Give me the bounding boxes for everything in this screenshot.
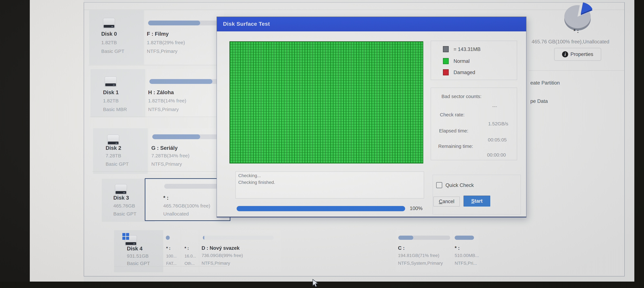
mouse-cursor-icon — [312, 279, 319, 287]
hard-drive-icon — [103, 18, 115, 28]
partition-size: 510.00MB... — [455, 253, 479, 258]
partition-fs: NTFS,Primary — [147, 48, 178, 54]
disk0-tile[interactable] — [89, 10, 144, 65]
log-line: Checking... — [238, 173, 261, 178]
disk-name: Disk 3 — [113, 195, 129, 201]
capacity-bar — [203, 236, 274, 240]
surface-test-block-grid — [230, 41, 423, 163]
hard-drive-icon — [115, 184, 127, 194]
selected-partition-label: * : — [574, 28, 579, 34]
disk-surface-test-dialog: Disk Surface Test = 143.31MB Normal Dama… — [216, 16, 526, 217]
row-divider — [90, 117, 226, 117]
partition-label: C : — [398, 245, 404, 251]
bad-sector-value: --- — [449, 104, 497, 109]
disk-scheme: Basic GPT — [113, 211, 136, 217]
properties-button[interactable]: i Properties — [554, 48, 601, 61]
toolbar-divider — [84, 10, 624, 10]
legend-damaged-label: Damaged — [454, 70, 475, 75]
partition-size: 7.28TB(34% free) — [151, 153, 190, 158]
windows-logo-icon — [122, 233, 129, 240]
partition-size: 1.82TB(29% free) — [147, 40, 185, 45]
progress-percent-label: 100% — [410, 206, 422, 211]
hard-drive-icon — [107, 135, 119, 145]
disk2-tile[interactable] — [93, 128, 148, 174]
partition-label: * : — [455, 245, 460, 251]
partition-fs: NTFS,Primary — [148, 107, 179, 112]
monitor-bezel-bottom — [0, 282, 644, 288]
partition-fs: NTFS,Pri... — [455, 261, 477, 266]
disk-scheme: Basic GPT — [106, 161, 129, 167]
partition-fs: Oth... — [184, 261, 195, 266]
disk-size: 465.76GB — [113, 203, 135, 209]
elapsed-value: 00:05:05 — [458, 137, 507, 143]
dialog-title: Disk Surface Test — [223, 21, 270, 27]
partition-label: G : Seriály — [151, 145, 178, 151]
capacity-bar — [398, 236, 450, 240]
partition-size: 16.0... — [184, 254, 196, 259]
hard-drive-icon — [105, 77, 116, 87]
disk-size: 1.82TB — [103, 98, 119, 104]
disk-size: 7.28TB — [106, 153, 121, 158]
partition-fs: NTFS,System,Primary — [398, 261, 443, 266]
partition-fs: NTFS,Primary — [151, 161, 182, 167]
check-rate-label: Check rate: — [440, 112, 464, 118]
capacity-bar — [166, 236, 170, 240]
start-button-label: Start — [471, 198, 483, 204]
bad-sector-label: Bad sector counts: — [442, 94, 482, 99]
capacity-bar — [148, 20, 222, 25]
start-button[interactable]: Start — [464, 196, 490, 207]
remaining-value: 00:00:00 — [458, 152, 506, 158]
quick-check-checkbox[interactable] — [436, 182, 442, 188]
capacity-bar — [150, 79, 223, 84]
legend-unit-label: = 143.31MB — [454, 46, 480, 52]
disk-scheme: Basic MBR — [103, 107, 127, 112]
partition-label: * : — [163, 195, 168, 201]
elapsed-label: Elapsed time: — [439, 128, 468, 134]
status-log: Checking... Checking finished. — [236, 171, 424, 198]
disk-scheme: Basic GPT — [127, 261, 150, 266]
disk-size: 931.51GB — [127, 253, 148, 259]
quick-check-label[interactable]: Quick Check — [446, 182, 474, 188]
cancel-button[interactable]: Cancel — [434, 197, 460, 207]
partition-size: 100... — [166, 254, 176, 259]
partition-fs: FAT... — [166, 261, 176, 266]
partition-label: * : — [166, 246, 170, 251]
disk-size: 1.82TB — [101, 40, 117, 45]
cancel-button-label: Cancel — [439, 199, 454, 204]
partition-fs: NTFS,Primary — [202, 261, 230, 266]
partition-label: * : — [184, 246, 189, 251]
row-divider — [114, 266, 227, 267]
disk0-partition-card[interactable] — [145, 10, 224, 65]
info-icon: i — [562, 51, 568, 57]
partition-fs: Unallocated — [163, 211, 189, 217]
partition-label: D : Nový svazek — [202, 245, 240, 251]
row-divider — [92, 171, 228, 172]
log-line: Checking finished. — [238, 180, 275, 185]
partition-size: 736.09GB(99% free) — [202, 253, 243, 258]
selected-partition-info: 465.76 GB(100% free),Unallocated — [532, 39, 610, 45]
wipe-data-action[interactable]: pe Data — [530, 98, 548, 104]
monitor-bezel-right — [634, 0, 644, 288]
create-partition-action[interactable]: eate Partition — [530, 80, 560, 86]
legend-unit-swatch — [443, 46, 449, 52]
partition-size: 194.81GB(71% free) — [398, 253, 439, 258]
capacity-bar — [152, 134, 225, 139]
panel-divider — [529, 70, 624, 71]
progress-bar — [236, 206, 405, 211]
disk-usage-pie-chart — [559, 0, 599, 32]
legend-normal-label: Normal — [454, 58, 470, 64]
partition-size: 465.76GB(100% free) — [163, 203, 210, 209]
partition-size: 1.82TB(14% free) — [148, 98, 186, 104]
legend-normal-swatch — [443, 58, 449, 64]
disk-name: Disk 2 — [106, 145, 121, 151]
capacity-bar — [455, 236, 474, 240]
dialog-title-bar[interactable]: Disk Surface Test — [217, 17, 526, 31]
partition-label: H : Záloha — [148, 89, 174, 96]
disk-name: Disk 1 — [103, 89, 119, 96]
disk-name: Disk 4 — [127, 246, 142, 252]
monitor-bezel-left — [0, 0, 30, 288]
desktop-strip — [30, 0, 84, 282]
check-rate-value: 1.52GB/s — [460, 121, 508, 127]
partition-label: F : Filmy — [147, 31, 169, 37]
row-divider — [88, 65, 225, 65]
